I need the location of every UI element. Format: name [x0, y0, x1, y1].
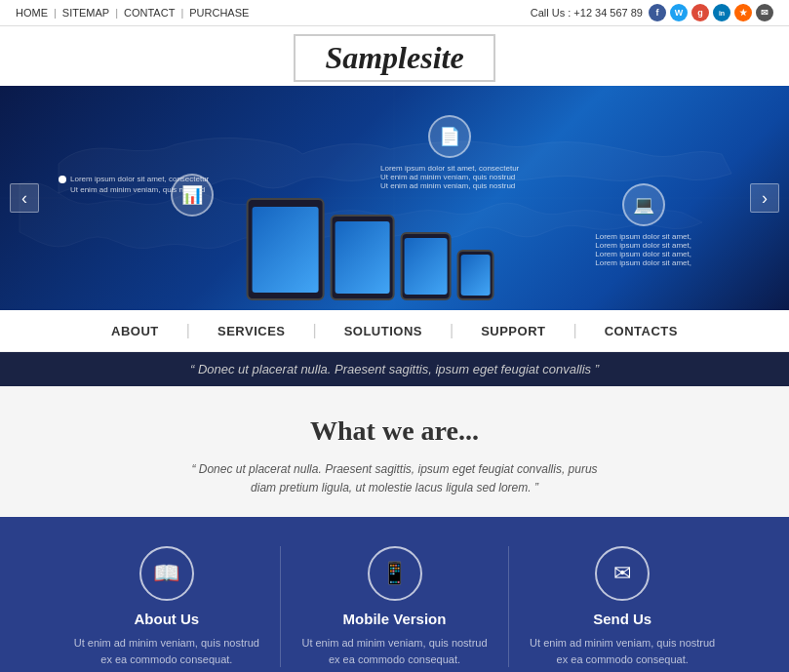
- feature-about-title: About Us: [73, 611, 261, 627]
- nav-about[interactable]: ABOUT: [84, 324, 186, 338]
- top-bar: HOME | SITEMAP | CONTACT | PURCHASE Call…: [0, 0, 789, 26]
- hero-next-arrow[interactable]: ›: [750, 183, 779, 213]
- features-section: 📖 About Us Ut enim ad minim veniam, quis…: [0, 517, 789, 672]
- feature-about-us: 📖 About Us Ut enim ad minim veniam, quis…: [54, 546, 282, 667]
- feature-mobile-icon: 📱: [368, 546, 422, 601]
- nav-purchase[interactable]: PURCHASE: [189, 7, 249, 19]
- nav-solutions[interactable]: SOLUTIONS: [317, 324, 450, 338]
- social-linkedin[interactable]: in: [713, 4, 730, 21]
- feature-send-desc: Ut enim ad minim veniam, quis nostrud ex…: [529, 635, 717, 667]
- about-quote-close: ”: [534, 481, 538, 494]
- top-nav: HOME | SITEMAP | CONTACT | PURCHASE: [16, 7, 249, 19]
- quote-bar: “ Donec ut placerat nulla. Praesent sagi…: [0, 352, 789, 386]
- feature-about-icon: 📖: [139, 546, 194, 601]
- about-section: What we are... “ Donec ut placerat nulla…: [0, 386, 789, 517]
- features-row: 📖 About Us Ut enim ad minim veniam, quis…: [54, 546, 736, 667]
- hero-prev-arrow[interactable]: ‹: [10, 183, 39, 213]
- feature-mobile-desc: Ut enim ad minim veniam, quis nostrud ex…: [300, 635, 489, 667]
- social-icons: f W g in ★ ✉: [649, 4, 773, 21]
- hero-laptop-icon: 💻 Lorem ipsum dolor sit amet, Lorem ipsu…: [595, 183, 691, 267]
- tablets-group: [246, 198, 493, 300]
- tablet-xsmall: [456, 250, 493, 300]
- sep3: |: [180, 7, 183, 19]
- social-facebook[interactable]: f: [649, 4, 666, 21]
- nav-services[interactable]: SERVICES: [190, 324, 313, 338]
- about-quote-open: “: [191, 462, 195, 476]
- hero-chart-icon: 📊: [171, 174, 214, 217]
- feature-mobile-title: Mobile Version: [300, 611, 489, 627]
- main-nav: ABOUT | SERVICES | SOLUTIONS | SUPPORT |…: [0, 310, 789, 352]
- logo-bar: Samplesite: [0, 26, 789, 86]
- social-twitter[interactable]: W: [670, 4, 688, 21]
- social-google[interactable]: g: [691, 4, 709, 21]
- feature-send-icon: ✉: [595, 546, 650, 601]
- site-logo: Samplesite: [294, 34, 494, 82]
- feature-about-desc: Ut enim ad minim veniam, quis nostrud ex…: [73, 635, 261, 667]
- hero-banner: Lorem ipsum dolor sit amet, consectetur …: [0, 86, 789, 310]
- about-heading: What we are...: [20, 415, 769, 447]
- sep1: |: [54, 7, 57, 19]
- feature-send-us: ✉ Send Us Ut enim ad minim veniam, quis …: [509, 546, 736, 667]
- nav-sitemap[interactable]: SITEMAP: [62, 7, 109, 19]
- call-us-text: Call Us : +12 34 567 89: [531, 7, 643, 19]
- quote-open: “: [190, 362, 194, 376]
- hero-doc-icon: 📄 Lorem ipsum dolor sit amet, consectetu…: [380, 115, 519, 190]
- quote-text: Donec ut placerat nulla. Praesent sagitt…: [198, 362, 591, 376]
- doc-circle-icon: 📄: [428, 115, 471, 158]
- nav-contact[interactable]: CONTACT: [124, 7, 175, 19]
- tablet-medium: [330, 215, 394, 300]
- about-body: “ Donec ut placerat nulla. Praesent sagi…: [180, 460, 610, 497]
- laptop-circle-icon: 💻: [622, 183, 665, 226]
- tablet-small: [400, 232, 451, 300]
- top-right: Call Us : +12 34 567 89 f W g in ★ ✉: [531, 4, 773, 21]
- quote-close: ”: [595, 362, 599, 376]
- tablet-large: [246, 198, 324, 300]
- feature-mobile: 📱 Mobile Version Ut enim ad minim veniam…: [281, 546, 509, 667]
- nav-contacts[interactable]: CONTACTS: [577, 324, 705, 338]
- nav-home[interactable]: HOME: [16, 7, 48, 19]
- chart-circle-icon: 📊: [171, 174, 214, 217]
- social-email[interactable]: ✉: [756, 4, 773, 21]
- sep2: |: [115, 7, 118, 19]
- feature-send-title: Send Us: [529, 611, 717, 627]
- nav-support[interactable]: SUPPORT: [454, 324, 572, 338]
- social-rss[interactable]: ★: [734, 4, 752, 21]
